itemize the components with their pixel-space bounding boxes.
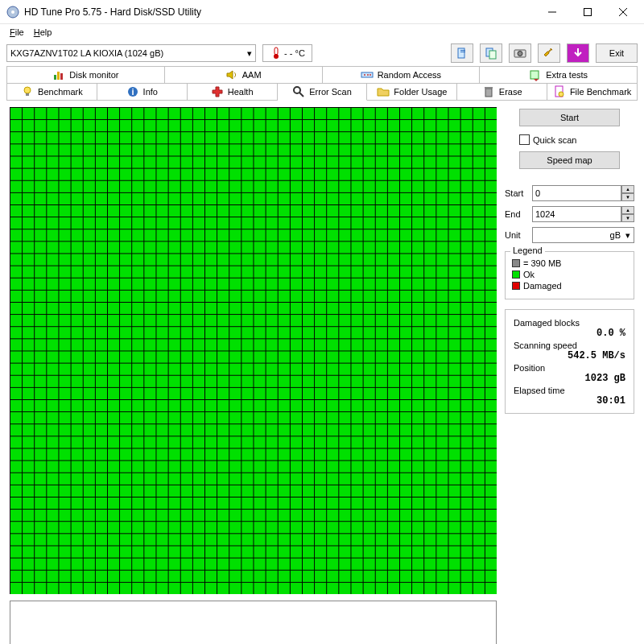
svg-point-1 <box>11 10 14 14</box>
unit-row: Unit gB ▾ <box>505 227 634 243</box>
legend-ok-swatch <box>512 270 520 279</box>
svg-rect-15 <box>54 75 56 80</box>
temperature-text: - - °C <box>284 48 305 58</box>
svg-line-28 <box>299 93 303 97</box>
menu-help[interactable]: Help <box>29 26 57 39</box>
svg-rect-17 <box>60 73 63 80</box>
tab-folder-usage[interactable]: Folder Usage <box>367 83 457 101</box>
copy-info-button[interactable] <box>451 43 473 63</box>
speed-map-button[interactable]: Speed map <box>519 151 620 169</box>
title-bar: HD Tune Pro 5.75 - Hard Disk/SSD Utility <box>0 0 644 24</box>
tab-file-benchmark[interactable]: File Benchmark <box>547 83 638 101</box>
window-title: HD Tune Pro 5.75 - Hard Disk/SSD Utility <box>24 6 535 18</box>
tab-row-1: Disk monitor AAM Random Access Extra tes… <box>0 66 644 84</box>
svg-rect-9 <box>460 50 465 51</box>
tab-row-2: Benchmark i Info Health Error Scan Folde… <box>0 83 644 101</box>
scan-area <box>10 107 497 644</box>
thermometer-icon <box>270 47 283 60</box>
scanning-speed-label: Scanning speed <box>514 341 625 350</box>
start-spin-up[interactable]: ▲ <box>621 185 634 193</box>
minimize-button[interactable] <box>535 1 570 23</box>
close-button[interactable] <box>605 1 641 23</box>
options-button[interactable] <box>538 43 560 63</box>
file-icon <box>553 85 566 98</box>
tools-icon <box>529 68 542 81</box>
svg-rect-16 <box>57 72 60 80</box>
legend-fieldset: Legend = 390 MB Ok Damaged <box>505 251 634 299</box>
cross-icon <box>211 85 224 98</box>
copy-screenshot-button[interactable] <box>480 43 502 63</box>
svg-point-19 <box>364 74 365 76</box>
menu-bar: File Help <box>0 24 644 40</box>
svg-point-20 <box>367 74 369 76</box>
end-label: End <box>505 209 529 219</box>
tab-info[interactable]: i Info <box>97 83 188 101</box>
start-spin-down[interactable]: ▼ <box>621 193 634 201</box>
drive-selector[interactable]: KXG7AZNV1T02 LA KIOXIA (1024 gB) ▾ <box>6 44 256 62</box>
svg-point-7 <box>274 54 279 59</box>
elapsed-label: Elapsed time <box>514 386 625 395</box>
menu-file[interactable]: File <box>5 26 29 39</box>
quick-scan-checkbox[interactable] <box>519 134 530 145</box>
tab-error-scan[interactable]: Error Scan <box>278 83 368 101</box>
start-row: Start 0 ▲ ▼ <box>505 185 634 201</box>
content-area: Start Quick scan Speed map Start 0 ▲ ▼ E… <box>0 101 644 644</box>
clipboard-icon <box>456 47 469 60</box>
start-button[interactable]: Start <box>519 109 620 126</box>
speaker-icon <box>225 68 238 81</box>
exit-button[interactable]: Exit <box>596 43 638 63</box>
camera-icon <box>514 47 526 60</box>
end-input[interactable]: 1024 <box>532 206 621 222</box>
end-spin-down[interactable]: ▼ <box>621 214 634 222</box>
start-input[interactable]: 0 <box>532 185 621 201</box>
tab-erase[interactable]: Erase <box>457 83 547 101</box>
log-output <box>10 601 497 644</box>
svg-rect-10 <box>460 52 465 52</box>
stats-box: Damaged blocks 0.0 % Scanning speed 542.… <box>505 309 634 414</box>
tab-health[interactable]: Health <box>188 83 278 101</box>
damaged-blocks-label: Damaged blocks <box>514 318 625 328</box>
save-screenshot-button[interactable] <box>509 43 531 63</box>
svg-rect-29 <box>485 89 492 97</box>
quick-scan-label: Quick scan <box>533 135 576 145</box>
tab-benchmark[interactable]: Benchmark <box>6 83 97 101</box>
trash-icon <box>482 85 495 98</box>
svg-point-23 <box>24 87 31 93</box>
position-value: 1023 gB <box>514 373 625 384</box>
tab-aam[interactable]: AAM <box>165 66 323 84</box>
app-icon <box>6 6 19 19</box>
svg-rect-6 <box>275 47 278 55</box>
unit-label: Unit <box>505 230 529 240</box>
svg-rect-8 <box>458 48 464 58</box>
scan-grid <box>10 107 497 594</box>
start-label: Start <box>505 188 529 198</box>
target-icon <box>361 68 374 81</box>
svg-point-21 <box>369 74 371 76</box>
side-panel: Start Quick scan Speed map Start 0 ▲ ▼ E… <box>505 107 634 644</box>
svg-rect-12 <box>489 51 496 59</box>
svg-point-27 <box>294 87 300 93</box>
svg-rect-30 <box>485 87 493 89</box>
elapsed-value: 30:01 <box>514 395 625 407</box>
svg-rect-24 <box>26 93 29 96</box>
tab-random-access[interactable]: Random Access <box>323 66 481 84</box>
chart-icon <box>52 68 65 81</box>
temperature-display: - - °C <box>262 44 312 62</box>
svg-rect-3 <box>584 8 592 15</box>
legend-title: Legend <box>510 246 545 255</box>
unit-select[interactable]: gB ▾ <box>532 227 634 243</box>
maximize-button[interactable] <box>570 1 605 23</box>
save-log-button[interactable] <box>567 43 589 63</box>
tab-disk-monitor[interactable]: Disk monitor <box>6 66 165 84</box>
drive-selector-text: KXG7AZNV1T02 LA KIOXIA (1024 gB) <box>10 48 163 58</box>
tab-extra-tests[interactable]: Extra tests <box>480 66 638 84</box>
end-spin-up[interactable]: ▲ <box>621 206 634 214</box>
svg-point-32 <box>559 92 564 97</box>
scanning-speed-value: 542.5 MB/s <box>514 350 625 361</box>
legend-block-swatch <box>512 259 520 267</box>
wrench-icon <box>543 47 555 60</box>
bulb-icon <box>21 85 34 98</box>
copy-icon <box>485 47 497 60</box>
end-row: End 1024 ▲ ▼ <box>505 206 634 222</box>
chevron-down-icon: ▾ <box>625 230 630 241</box>
